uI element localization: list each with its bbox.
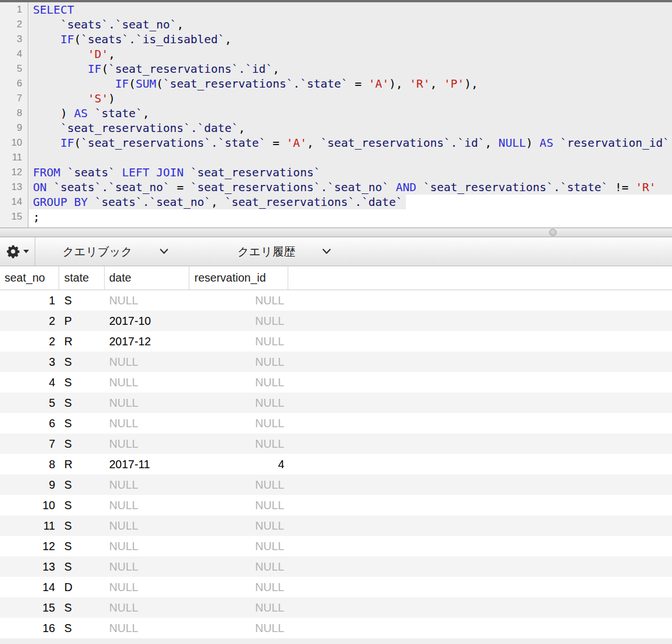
table-row[interactable]: 10SNULLNULL	[0, 495, 672, 515]
cell-reservation_id[interactable]: NULL	[189, 311, 288, 331]
cell-state[interactable]: S	[59, 597, 105, 618]
splitter-handle-icon[interactable]	[549, 229, 557, 236]
table-row[interactable]: 14DNULLNULL	[0, 577, 672, 597]
cell-state[interactable]: S	[59, 618, 105, 638]
cell-date[interactable]: 2017-11	[105, 454, 189, 474]
table-row[interactable]: 12SNULLNULL	[0, 536, 672, 556]
cell-reservation_id[interactable]: NULL	[189, 618, 288, 638]
table-row[interactable]: 2R2017-12NULL	[0, 331, 672, 352]
table-row[interactable]: 6SNULLNULL	[0, 413, 672, 434]
cell-seat_no[interactable]: 11	[0, 515, 59, 536]
cell-reservation_id[interactable]: NULL	[189, 495, 288, 515]
cell-date[interactable]: NULL	[105, 290, 189, 311]
cell-date[interactable]: NULL	[105, 372, 189, 393]
code-line[interactable]: SELECT	[29, 2, 672, 17]
code-line[interactable]: FROM `seats` LEFT JOIN `seat_reservation…	[29, 165, 672, 180]
cell-seat_no[interactable]: 13	[0, 556, 59, 577]
cell-seat_no[interactable]: 7	[0, 434, 59, 454]
cell-date[interactable]: NULL	[105, 495, 189, 515]
table-row[interactable]: 15SNULLNULL	[0, 597, 672, 618]
cell-date[interactable]: NULL	[105, 352, 189, 372]
cell-state[interactable]: S	[59, 556, 105, 577]
cell-date[interactable]: NULL	[105, 618, 189, 638]
code-line[interactable]: 'D',	[29, 47, 672, 61]
sql-code-area[interactable]: SELECT `seats`.`seat_no`, IF(`seats`.`is…	[29, 2, 672, 228]
code-line[interactable]: IF(`seats`.`is_disabled`,	[29, 32, 672, 47]
cell-reservation_id[interactable]: NULL	[189, 434, 288, 454]
cell-reservation_id[interactable]: 4	[189, 454, 288, 474]
cell-date[interactable]: 2017-12	[105, 331, 189, 352]
cell-reservation_id[interactable]: NULL	[189, 556, 288, 577]
cell-date[interactable]: NULL	[105, 536, 189, 556]
cell-seat_no[interactable]: 4	[0, 372, 59, 393]
cell-state[interactable]: S	[59, 372, 105, 393]
cell-seat_no[interactable]: 2	[0, 331, 59, 352]
cell-date[interactable]: NULL	[105, 413, 189, 434]
cell-date[interactable]: NULL	[105, 556, 189, 577]
cell-state[interactable]: R	[59, 331, 105, 352]
cell-reservation_id[interactable]: NULL	[189, 413, 288, 434]
cell-state[interactable]: D	[59, 577, 105, 597]
cell-seat_no[interactable]: 15	[0, 597, 59, 618]
cell-state[interactable]: S	[59, 434, 105, 454]
table-row[interactable]: 1SNULLNULL	[0, 290, 672, 311]
cell-date[interactable]: NULL	[105, 474, 189, 495]
cell-date[interactable]: NULL	[105, 515, 189, 536]
pane-splitter[interactable]	[0, 228, 672, 237]
cell-reservation_id[interactable]: NULL	[189, 393, 288, 413]
table-row[interactable]: 8R2017-114	[0, 454, 672, 474]
table-row[interactable]: 2P2017-10NULL	[0, 311, 672, 331]
cell-reservation_id[interactable]: NULL	[189, 536, 288, 556]
cell-state[interactable]: S	[59, 536, 105, 556]
code-line[interactable]: 'S')	[29, 91, 672, 106]
cell-seat_no[interactable]: 14	[0, 577, 59, 597]
cell-state[interactable]: S	[59, 474, 105, 495]
cell-date[interactable]: NULL	[105, 597, 189, 618]
cell-state[interactable]: R	[59, 454, 105, 474]
column-header-state[interactable]: state	[59, 266, 105, 290]
cell-seat_no[interactable]: 12	[0, 536, 59, 556]
code-line[interactable]: IF(`seat_reservations`.`id`,	[29, 61, 672, 76]
cell-reservation_id[interactable]: NULL	[189, 331, 288, 352]
code-line[interactable]	[29, 150, 672, 165]
table-row[interactable]: 3SNULLNULL	[0, 352, 672, 372]
cell-state[interactable]: S	[59, 393, 105, 413]
cell-seat_no[interactable]: 3	[0, 352, 59, 372]
query-favorites-dropdown[interactable]: クエリブック	[35, 237, 196, 266]
cell-state[interactable]: S	[59, 413, 105, 434]
cell-seat_no[interactable]: 5	[0, 393, 59, 413]
cell-reservation_id[interactable]: NULL	[189, 372, 288, 393]
cell-state[interactable]: P	[59, 311, 105, 331]
cell-reservation_id[interactable]: NULL	[189, 515, 288, 536]
cell-reservation_id[interactable]: NULL	[189, 597, 288, 618]
cell-seat_no[interactable]: 2	[0, 311, 59, 331]
code-line[interactable]: ) AS `state`,	[29, 106, 672, 121]
cell-date[interactable]: NULL	[105, 434, 189, 454]
code-line[interactable]: ON `seats`.`seat_no` = `seat_reservation…	[29, 180, 672, 195]
cell-reservation_id[interactable]: NULL	[189, 352, 288, 372]
table-row[interactable]: 9SNULLNULL	[0, 474, 672, 495]
cell-seat_no[interactable]: 9	[0, 474, 59, 495]
gear-menu-button[interactable]	[0, 237, 35, 266]
cell-seat_no[interactable]: 10	[0, 495, 59, 515]
table-row[interactable]: 5SNULLNULL	[0, 393, 672, 413]
code-line[interactable]: ;	[29, 209, 672, 224]
table-row[interactable]: 7SNULLNULL	[0, 434, 672, 454]
cell-state[interactable]: S	[59, 495, 105, 515]
cell-seat_no[interactable]: 8	[0, 454, 59, 474]
cell-date[interactable]: NULL	[105, 577, 189, 597]
cell-reservation_id[interactable]: NULL	[189, 290, 288, 311]
column-header-seat_no[interactable]: seat_no	[0, 266, 59, 290]
code-line[interactable]: `seat_reservations`.`date`,	[29, 121, 672, 135]
cell-seat_no[interactable]: 16	[0, 618, 59, 638]
code-line[interactable]: IF(SUM(`seat_reservations`.`state` = 'A'…	[29, 76, 672, 91]
sql-editor[interactable]: 12345678910111213141516 SELECT `seats`.`…	[0, 2, 672, 228]
query-history-dropdown[interactable]: クエリ履歴	[196, 237, 373, 266]
cell-reservation_id[interactable]: NULL	[189, 474, 288, 495]
code-line[interactable]: GROUP BY `seats`.`seat_no`, `seat_reserv…	[29, 195, 406, 209]
cell-date[interactable]: 2017-10	[105, 311, 189, 331]
table-row[interactable]: 11SNULLNULL	[0, 515, 672, 536]
table-row[interactable]: 4SNULLNULL	[0, 372, 672, 393]
table-row[interactable]: 16SNULLNULL	[0, 618, 672, 638]
column-header-date[interactable]: date	[105, 266, 189, 290]
